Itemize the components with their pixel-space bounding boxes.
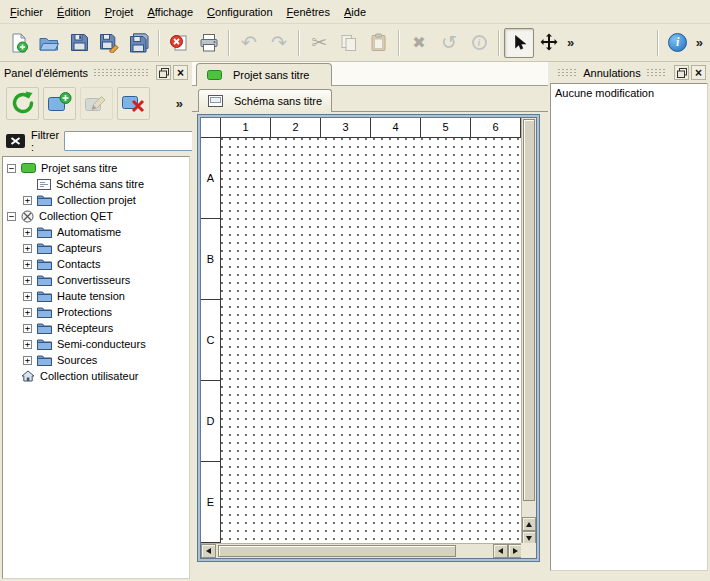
reload-collections-button[interactable] bbox=[6, 87, 39, 120]
copy-button[interactable] bbox=[334, 28, 364, 58]
tree-item-collection-utilisateur[interactable]: Collection utilisateur bbox=[3, 368, 189, 384]
folder-icon bbox=[37, 226, 52, 238]
menu-affichage[interactable]: Affichage bbox=[140, 2, 200, 22]
save-icon bbox=[70, 33, 89, 52]
print-button[interactable] bbox=[194, 28, 224, 58]
scroll-up-button[interactable] bbox=[522, 517, 536, 531]
menu-fenetres[interactable]: Fenêtres bbox=[280, 2, 337, 22]
scroll-left-button-2[interactable] bbox=[493, 544, 508, 558]
expander-icon[interactable]: + bbox=[23, 356, 32, 365]
close-document-button[interactable] bbox=[164, 28, 194, 58]
tree-item-capteurs[interactable]: + Capteurs bbox=[3, 240, 189, 256]
undo-panel-titlebar[interactable]: Annulations × bbox=[550, 64, 708, 81]
dock-grip[interactable] bbox=[646, 68, 667, 77]
diagram-subwindow: 1 2 3 4 5 6 A B C D E bbox=[197, 114, 540, 562]
elements-toolbar-chevron[interactable]: » bbox=[173, 96, 186, 111]
vertical-scrollbar[interactable] bbox=[521, 118, 536, 545]
expander-icon[interactable]: + bbox=[23, 196, 32, 205]
redo-icon: ↷ bbox=[271, 33, 287, 52]
project-tab[interactable]: Projet sans titre bbox=[196, 63, 332, 86]
float-panel-button[interactable] bbox=[674, 65, 689, 80]
select-mode-button[interactable] bbox=[504, 28, 534, 58]
paste-button[interactable] bbox=[364, 28, 394, 58]
header-corner-cell bbox=[201, 118, 221, 138]
folder-icon bbox=[37, 338, 52, 350]
dock-grip[interactable] bbox=[93, 68, 149, 77]
home-icon bbox=[21, 370, 35, 382]
clear-filter-button[interactable] bbox=[5, 131, 26, 151]
expander-icon[interactable]: + bbox=[23, 228, 32, 237]
scrollbar-corner bbox=[521, 543, 536, 558]
diagram-info-button[interactable]: i bbox=[464, 28, 494, 58]
expander-icon[interactable]: + bbox=[23, 340, 32, 349]
save-all-button[interactable] bbox=[124, 28, 154, 58]
expander-icon[interactable]: + bbox=[23, 324, 32, 333]
horizontal-scrollbar-thumb[interactable] bbox=[218, 545, 456, 557]
column-header: 2 bbox=[271, 118, 321, 138]
delete-element-button[interactable] bbox=[117, 87, 150, 120]
undo-panel-title: Annulations bbox=[583, 67, 641, 79]
tree-item-haute-tension[interactable]: + Haute tension bbox=[3, 288, 189, 304]
undo-button[interactable]: ↶ bbox=[234, 28, 264, 58]
menu-aide[interactable]: Aide bbox=[337, 2, 373, 22]
delete-button[interactable]: ✖ bbox=[404, 28, 434, 58]
scroll-left-button[interactable] bbox=[201, 544, 216, 558]
diagram-canvas[interactable] bbox=[221, 138, 523, 545]
delete-element-icon bbox=[121, 91, 146, 115]
close-panel-button[interactable]: × bbox=[691, 65, 706, 80]
expander-icon[interactable]: + bbox=[23, 244, 32, 253]
elements-panel-titlebar[interactable]: Panel d'éléments × bbox=[2, 64, 190, 81]
dock-grip[interactable] bbox=[557, 68, 578, 77]
tree-item-contacts[interactable]: + Contacts bbox=[3, 256, 189, 272]
about-qet-button[interactable]: i bbox=[663, 28, 693, 58]
expander-icon[interactable]: + bbox=[23, 260, 32, 269]
toolbar-extension-chevron-right[interactable]: » bbox=[693, 35, 706, 50]
tree-item-project[interactable]: − Projet sans titre bbox=[3, 160, 189, 176]
tree-item-automatisme[interactable]: + Automatisme bbox=[3, 224, 189, 240]
expander-icon[interactable]: + bbox=[23, 292, 32, 301]
toolbar-extension-chevron[interactable]: » bbox=[564, 35, 577, 50]
save-button[interactable] bbox=[64, 28, 94, 58]
horizontal-scrollbar[interactable] bbox=[201, 543, 523, 558]
menu-configuration[interactable]: Configuration bbox=[200, 2, 279, 22]
tree-item-protections[interactable]: + Protections bbox=[3, 304, 189, 320]
undo-history-list[interactable]: Aucune modification bbox=[550, 83, 708, 571]
tree-item-convertisseurs[interactable]: + Convertisseurs bbox=[3, 272, 189, 288]
pan-mode-button[interactable] bbox=[534, 28, 564, 58]
folder-icon bbox=[37, 306, 52, 318]
tree-item-schema[interactable]: Schéma sans titre bbox=[3, 176, 189, 192]
tree-item-collection-qet[interactable]: − Collection QET bbox=[3, 208, 189, 224]
close-panel-button[interactable]: × bbox=[173, 65, 188, 80]
tree-item-semi-conducteurs[interactable]: + Semi-conducteurs bbox=[3, 336, 189, 352]
diagram-tab[interactable]: Schéma sans titre bbox=[198, 89, 332, 112]
new-document-button[interactable] bbox=[4, 28, 34, 58]
column-header: 3 bbox=[321, 118, 371, 138]
vertical-scrollbar-thumb[interactable] bbox=[523, 119, 535, 501]
edit-element-button[interactable] bbox=[80, 87, 113, 120]
expander-icon[interactable]: + bbox=[23, 276, 32, 285]
folder-icon bbox=[37, 354, 52, 366]
menu-projet[interactable]: Projet bbox=[98, 2, 141, 22]
float-panel-button[interactable] bbox=[156, 65, 171, 80]
expander-icon[interactable]: − bbox=[7, 164, 16, 173]
redo-button[interactable]: ↷ bbox=[264, 28, 294, 58]
elements-panel: Panel d'éléments × » bbox=[0, 62, 192, 581]
folder-icon bbox=[37, 258, 52, 270]
rotate-button[interactable]: ↺ bbox=[434, 28, 464, 58]
paste-icon bbox=[370, 33, 388, 52]
row-header: C bbox=[201, 300, 221, 381]
expander-icon[interactable]: + bbox=[23, 308, 32, 317]
cut-button[interactable]: ✂ bbox=[304, 28, 334, 58]
tree-item-collection-projet[interactable]: + Collection projet bbox=[3, 192, 189, 208]
menu-fichier[interactable]: Fichier bbox=[3, 2, 50, 22]
tree-item-recepteurs[interactable]: + Récepteurs bbox=[3, 320, 189, 336]
elements-toolbar: » bbox=[2, 83, 190, 123]
save-as-button[interactable] bbox=[94, 28, 124, 58]
folder-icon bbox=[37, 290, 52, 302]
expander-icon[interactable]: − bbox=[7, 212, 16, 221]
new-element-button[interactable] bbox=[43, 87, 76, 120]
open-project-button[interactable] bbox=[34, 28, 64, 58]
tree-item-sources[interactable]: + Sources bbox=[3, 352, 189, 368]
toolbar-separator bbox=[228, 30, 230, 56]
menu-edition[interactable]: Édition bbox=[50, 2, 98, 22]
